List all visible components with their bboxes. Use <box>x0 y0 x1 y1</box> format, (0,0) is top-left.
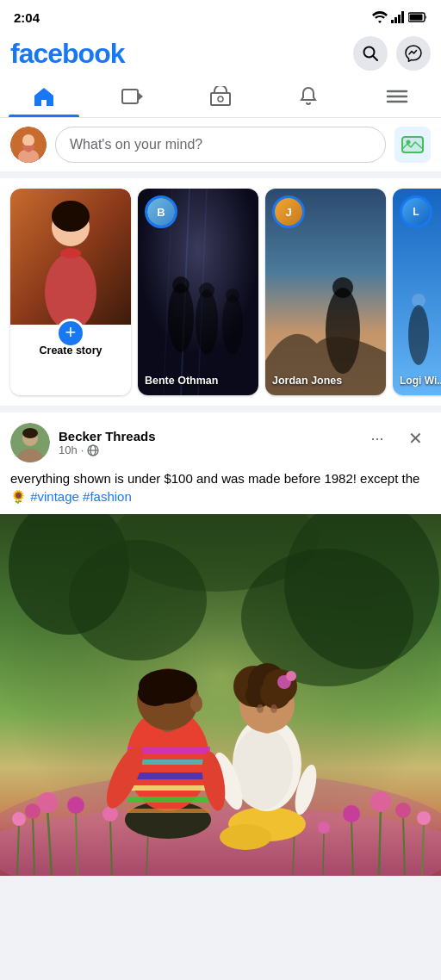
post-author-name: Becker Threads <box>59 429 156 443</box>
svg-rect-5 <box>410 15 423 21</box>
svg-point-54 <box>69 540 207 661</box>
post-card-becker: Becker Threads 10h · ··· ✕ <box>0 412 441 876</box>
compose-placeholder: What's on your mind? <box>70 137 202 152</box>
svg-point-41 <box>408 305 429 365</box>
signal-icon <box>391 11 405 23</box>
tab-video[interactable] <box>88 79 176 117</box>
svg-rect-1 <box>394 17 397 23</box>
battery-icon <box>408 12 427 22</box>
svg-point-45 <box>22 428 38 438</box>
svg-point-16 <box>22 134 34 146</box>
hashtag-vintage[interactable]: #vintage <box>30 489 79 504</box>
svg-line-80 <box>323 833 324 876</box>
story-jordan[interactable]: J Jordan Jones <box>265 189 386 395</box>
svg-point-32 <box>196 289 218 355</box>
tab-home[interactable] <box>0 79 88 117</box>
svg-point-112 <box>138 680 172 706</box>
globe-icon <box>87 444 99 456</box>
svg-rect-104 <box>127 809 210 813</box>
svg-point-25 <box>60 248 81 258</box>
status-icons <box>372 11 427 23</box>
post-more-button[interactable]: ··· <box>362 423 393 454</box>
story-logi[interactable]: L Logi Wi... <box>393 189 441 395</box>
post-image[interactable] <box>0 514 441 876</box>
post-couple-scene <box>0 514 441 876</box>
home-icon <box>33 86 55 107</box>
tab-marketplace[interactable] <box>177 79 264 117</box>
create-story-card[interactable]: Create story + <box>10 189 131 395</box>
svg-point-113 <box>190 695 202 712</box>
bente-avatar: B <box>145 195 177 228</box>
svg-point-97 <box>257 704 264 713</box>
post-close-button[interactable]: ✕ <box>400 423 431 454</box>
svg-point-81 <box>318 822 330 834</box>
svg-marker-9 <box>138 92 143 101</box>
svg-rect-3 <box>401 11 404 23</box>
more-dots-icon: ··· <box>370 430 383 448</box>
svg-rect-10 <box>211 93 230 105</box>
post-composer: What's on your mind? <box>0 118 441 171</box>
post-author-avatar <box>10 423 50 462</box>
user-avatar <box>10 127 47 163</box>
svg-rect-103 <box>127 797 210 803</box>
create-story-bg <box>10 189 131 329</box>
tab-menu[interactable] <box>353 79 441 117</box>
stories-scroll[interactable]: Create story + <box>0 178 441 406</box>
user-avatar-image <box>10 127 47 163</box>
post-image-bg <box>0 514 441 876</box>
svg-point-69 <box>370 791 391 812</box>
close-icon: ✕ <box>408 428 423 449</box>
svg-point-34 <box>222 295 243 355</box>
video-icon <box>121 86 144 107</box>
svg-point-24 <box>52 201 90 232</box>
svg-point-23 <box>45 253 96 329</box>
svg-rect-8 <box>122 90 138 103</box>
svg-line-7 <box>373 56 377 60</box>
logi-name: Logi Wi... <box>400 375 441 387</box>
photo-icon <box>401 133 424 156</box>
post-author-details: Becker Threads 10h · <box>59 429 156 456</box>
stories-container: Create story + <box>0 178 441 406</box>
nav-tabs <box>0 79 441 118</box>
create-story-add-icon: + <box>56 319 85 348</box>
wifi-icon <box>372 11 388 23</box>
post-header: Becker Threads 10h · ··· ✕ <box>0 412 441 469</box>
add-photo-button[interactable] <box>394 127 431 163</box>
bente-name: Bente Othman <box>145 375 252 387</box>
becker-avatar-image <box>10 423 50 462</box>
logi-avatar: L <box>400 195 432 228</box>
svg-point-67 <box>12 812 26 826</box>
svg-point-33 <box>199 282 214 298</box>
post-meta: 10h · <box>59 443 156 456</box>
svg-point-57 <box>0 807 441 876</box>
svg-point-75 <box>343 805 360 822</box>
messenger-button[interactable] <box>396 36 431 71</box>
post-header-actions: ··· ✕ <box>362 423 431 454</box>
story-bente[interactable]: B Bente Othman <box>138 189 258 395</box>
header-actions <box>353 36 431 71</box>
post-author-info: Becker Threads 10h · <box>10 423 156 462</box>
hashtag-fashion[interactable]: #fashion <box>83 489 132 504</box>
svg-point-96 <box>286 671 296 681</box>
svg-point-71 <box>395 803 411 818</box>
svg-point-65 <box>102 806 118 822</box>
jordan-avatar: J <box>272 195 305 228</box>
svg-point-31 <box>172 276 189 294</box>
menu-icon <box>386 86 408 107</box>
compose-input[interactable]: What's on your mind? <box>55 127 386 163</box>
facebook-logo: facebook <box>10 38 124 70</box>
jordan-name: Jordan Jones <box>272 375 379 387</box>
svg-point-73 <box>417 811 431 825</box>
tab-notifications[interactable] <box>264 79 352 117</box>
marketplace-icon <box>209 86 232 107</box>
svg-point-61 <box>25 803 40 819</box>
messenger-icon <box>405 45 422 62</box>
svg-point-11 <box>218 96 223 102</box>
svg-point-38 <box>332 277 353 298</box>
svg-rect-2 <box>398 15 401 23</box>
bell-icon <box>297 86 320 107</box>
post-time: 10h <box>59 443 78 456</box>
status-bar: 2:04 <box>0 0 441 31</box>
svg-point-35 <box>226 288 239 302</box>
search-button[interactable] <box>353 36 388 71</box>
